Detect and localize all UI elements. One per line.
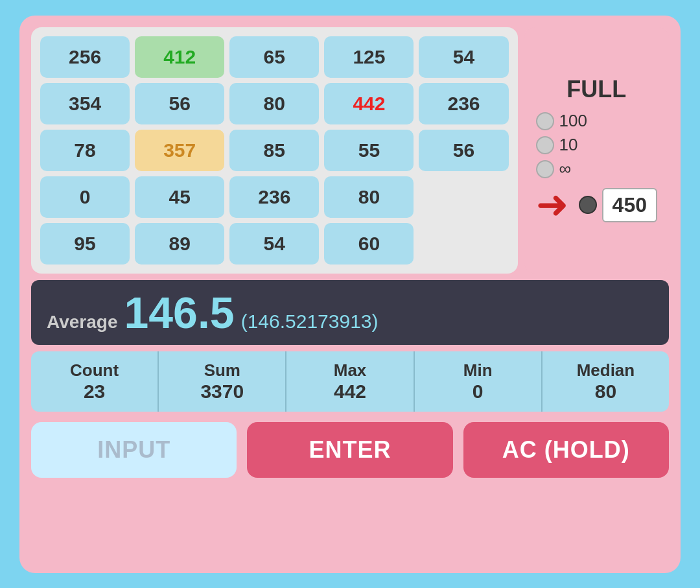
average-label: Average — [47, 312, 117, 333]
stat-value: 23 — [84, 381, 105, 403]
radio-option-10[interactable]: 10 — [536, 135, 578, 155]
grid-cell[interactable]: 354 — [40, 83, 130, 124]
radio-option-100[interactable]: 100 — [536, 111, 587, 131]
ac-button[interactable]: AC (HOLD) — [463, 422, 669, 478]
input-button[interactable]: INPUT — [31, 422, 237, 478]
stat-value: 442 — [334, 381, 366, 403]
current-value-box[interactable]: 450 — [602, 188, 657, 222]
radio-label-10: 10 — [559, 135, 578, 155]
stat-label: Max — [334, 360, 367, 381]
stat-label: Count — [70, 360, 119, 381]
grid-cell[interactable]: 45 — [135, 176, 224, 218]
grid-cell[interactable]: 442 — [324, 83, 414, 124]
grid-cell[interactable]: 56 — [135, 83, 224, 124]
average-exact-value: (146.52173913) — [241, 311, 379, 333]
stat-cell: Min0 — [415, 351, 542, 412]
stat-value: 3370 — [200, 381, 244, 403]
grid-cell[interactable]: 0 — [40, 176, 130, 218]
grid-cell[interactable]: 60 — [324, 223, 414, 265]
grid-cell[interactable]: 80 — [324, 176, 414, 218]
stat-cell: Max442 — [286, 351, 414, 412]
stat-value: 80 — [595, 381, 616, 403]
stats-row: Count23Sum3370Max442Min0Median80 — [31, 351, 669, 412]
radio-label-inf: ∞ — [559, 159, 572, 179]
grid-cell[interactable]: 80 — [229, 83, 319, 124]
grid-cell[interactable]: 236 — [229, 176, 319, 218]
grid-cell[interactable]: 56 — [419, 130, 508, 171]
stat-label: Median — [577, 360, 635, 381]
buttons-row: INPUT ENTER AC (HOLD) — [31, 418, 669, 482]
grid-cell[interactable]: 65 — [229, 36, 319, 78]
number-grid: 2564126512554354568044223678357855556045… — [31, 27, 518, 274]
enter-button[interactable]: ENTER — [247, 422, 452, 478]
grid-cell[interactable]: 85 — [229, 130, 319, 171]
radio-option-450[interactable]: 450 — [579, 188, 657, 222]
top-section: 2564126512554354568044223678357855556045… — [31, 27, 669, 274]
grid-cell[interactable]: 256 — [40, 36, 130, 78]
main-container: 2564126512554354568044223678357855556045… — [19, 16, 681, 573]
full-label: FULL — [566, 76, 626, 103]
grid-cell[interactable]: 412 — [135, 36, 224, 78]
radio-circle-inf — [536, 160, 554, 178]
grid-cell[interactable]: 54 — [419, 36, 508, 78]
arrow-icon: ➜ — [536, 185, 568, 224]
radio-option-inf[interactable]: ∞ — [536, 159, 572, 179]
arrow-row: ➜ 450 — [536, 185, 657, 224]
grid-cell[interactable]: 95 — [40, 223, 130, 265]
stat-value: 0 — [472, 381, 484, 403]
stat-cell: Sum3370 — [159, 351, 286, 412]
grid-cell[interactable]: 54 — [229, 223, 319, 265]
radio-circle-10 — [536, 136, 554, 154]
stat-cell: Count23 — [31, 351, 159, 412]
grid-cell[interactable]: 78 — [40, 130, 130, 171]
stat-label: Sum — [204, 360, 240, 381]
average-bar: Average 146.5 (146.52173913) — [31, 280, 669, 345]
grid-cell[interactable]: 55 — [324, 130, 414, 171]
grid-cell[interactable]: 236 — [419, 83, 508, 124]
radio-circle-100 — [536, 112, 554, 130]
stat-label: Min — [463, 360, 493, 381]
right-panel: FULL 100 10 ∞ ➜ 450 — [524, 27, 669, 274]
radio-circle-450 — [579, 196, 597, 214]
stat-cell: Median80 — [542, 351, 669, 412]
grid-cell[interactable]: 125 — [324, 36, 414, 78]
grid-cell[interactable]: 357 — [135, 130, 224, 171]
radio-label-100: 100 — [559, 111, 587, 131]
average-big-value: 146.5 — [124, 290, 234, 335]
grid-cell[interactable]: 89 — [135, 223, 224, 265]
